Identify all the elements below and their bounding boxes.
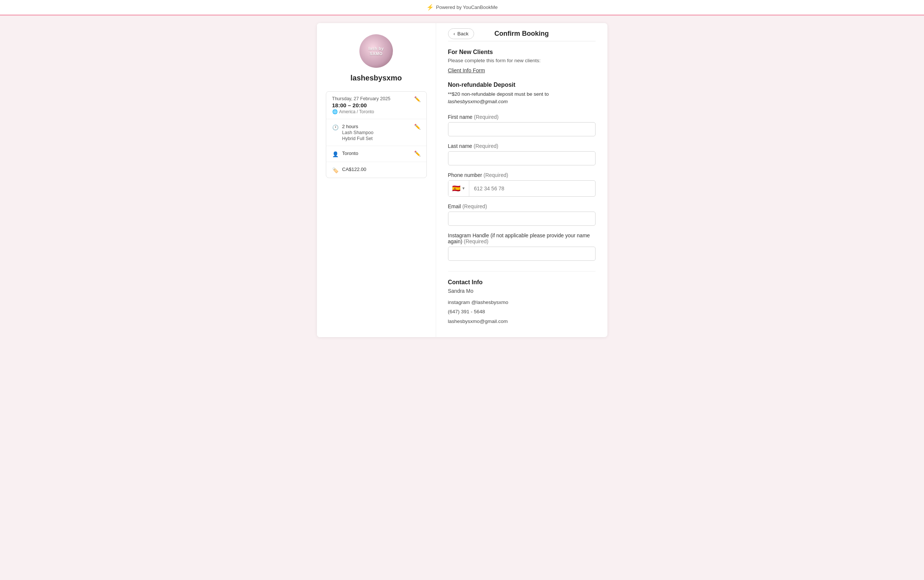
powered-text: Powered by YouCanBookMe <box>436 5 498 10</box>
powered-bar: ⚡ Powered by YouCanBookMe <box>0 0 924 16</box>
contact-instagram: instagram @lashesbysxmo <box>448 298 595 306</box>
email-group: Email (Required) <box>448 203 595 226</box>
first-name-group: First name (Required) <box>448 114 595 136</box>
back-button[interactable]: ‹ Back <box>448 28 475 39</box>
business-name: lashesbysxmo <box>350 74 402 82</box>
time-label: 18:00 – 20:00 <box>332 102 411 109</box>
last-name-required: (Required) <box>474 143 498 149</box>
service-row: 🕐 2 hours Lash Shampoo Hybrid Full Set ✏… <box>326 119 426 146</box>
edit-service-icon[interactable]: ✏️ <box>414 124 421 130</box>
date-time-row: Thursday, 27 February 2025 18:00 – 20:00… <box>326 92 426 119</box>
timezone-label: 🌐 America / Toronto <box>332 109 411 114</box>
deposit-title: Non-refundable Deposit <box>448 82 595 88</box>
first-name-input[interactable] <box>448 122 595 136</box>
globe-icon: 🌐 <box>332 109 338 114</box>
price-row: 🏷️ CA$122.00 <box>326 162 426 178</box>
phone-flag-select[interactable]: 🇪🇸 ▼ <box>449 181 470 196</box>
tag-icon: 🏷️ <box>332 167 339 173</box>
instagram-group: Instagram Handle (if not applicable plea… <box>448 232 595 261</box>
left-panel: lash bySXMO lashesbysxmo Thursday, 27 Fe… <box>317 23 436 337</box>
contact-info-section: Contact Info Sandra Mo instagram @lashes… <box>448 271 595 326</box>
back-label: Back <box>457 31 469 36</box>
main-container: lash bySXMO lashesbysxmo Thursday, 27 Fe… <box>317 23 607 337</box>
new-clients-title: For New Clients <box>448 49 595 56</box>
right-panel: ‹ Back Confirm Booking For New Clients P… <box>436 23 607 337</box>
back-chevron-icon: ‹ <box>454 31 455 36</box>
ycbm-icon: ⚡ <box>426 4 434 11</box>
contact-phone: (647) 391 - 5648 <box>448 308 595 316</box>
phone-flag: 🇪🇸 <box>452 185 460 193</box>
service-line2: Hybrid Full Set <box>342 136 411 141</box>
instagram-required: (Required) <box>464 239 488 244</box>
booking-card: Thursday, 27 February 2025 18:00 – 20:00… <box>326 91 427 178</box>
duration-label: 2 hours <box>342 124 411 129</box>
last-name-input[interactable] <box>448 151 595 165</box>
instagram-label: Instagram Handle (if not applicable plea… <box>448 232 595 244</box>
edit-datetime-icon[interactable]: ✏️ <box>414 96 421 102</box>
clock-icon: 🕐 <box>332 124 339 130</box>
instagram-input[interactable] <box>448 247 595 261</box>
profile-section: lash bySXMO lashesbysxmo <box>326 34 427 82</box>
contact-name: Sandra Mo <box>448 288 595 294</box>
service-line1: Lash Shampoo <box>342 130 411 135</box>
staff-row: 👤 Toronto ✏️ <box>326 146 426 162</box>
deposit-section: Non-refundable Deposit **$20 non-refunda… <box>448 82 595 106</box>
avatar-text: lash bySXMO <box>368 46 384 57</box>
last-name-group: Last name (Required) <box>448 143 595 165</box>
contact-email: lashesbysxmo@gmail.com <box>448 317 595 326</box>
phone-required: (Required) <box>483 172 508 178</box>
deposit-text: **$20 non-refundable deposit must be sen… <box>448 91 595 106</box>
date-label: Thursday, 27 February 2025 <box>332 96 411 101</box>
phone-input-group: 🇪🇸 ▼ <box>448 180 595 197</box>
client-info-form-link[interactable]: Client Info Form <box>448 68 485 73</box>
for-new-clients-section: For New Clients Please complete this for… <box>448 49 595 82</box>
first-name-required: (Required) <box>474 114 499 120</box>
deposit-line1: **$20 non-refundable deposit must be sen… <box>448 91 549 97</box>
contact-info-title: Contact Info <box>448 279 595 286</box>
last-name-label: Last name (Required) <box>448 143 595 149</box>
staff-name: Toronto <box>342 150 411 156</box>
phone-label: Phone number (Required) <box>448 172 595 178</box>
new-clients-desc: Please complete this form for new client… <box>448 58 595 63</box>
deposit-email: lashesbysxmo@gmail.com <box>448 99 508 104</box>
edit-staff-icon[interactable]: ✏️ <box>414 150 421 157</box>
phone-chevron-icon: ▼ <box>462 186 465 190</box>
phone-number-input[interactable] <box>469 182 595 195</box>
person-icon: 👤 <box>332 151 339 157</box>
email-label: Email (Required) <box>448 203 595 209</box>
price-label: CA$122.00 <box>342 166 421 172</box>
header-divider <box>448 41 595 41</box>
phone-group: Phone number (Required) 🇪🇸 ▼ <box>448 172 595 197</box>
email-required: (Required) <box>462 203 487 209</box>
email-input[interactable] <box>448 212 595 226</box>
avatar: lash bySXMO <box>359 34 393 68</box>
first-name-label: First name (Required) <box>448 114 595 120</box>
confirm-title: Confirm Booking <box>495 30 549 38</box>
